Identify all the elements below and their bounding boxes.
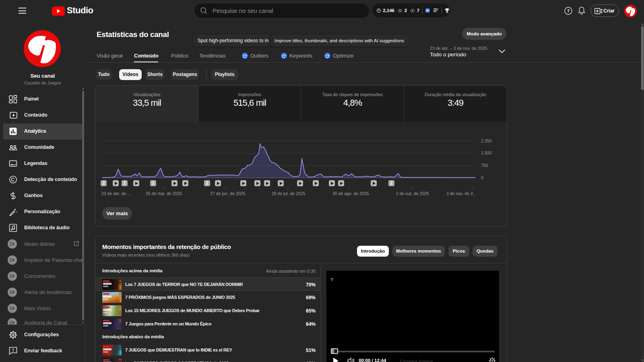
svg-text:?: ?: [567, 8, 570, 13]
